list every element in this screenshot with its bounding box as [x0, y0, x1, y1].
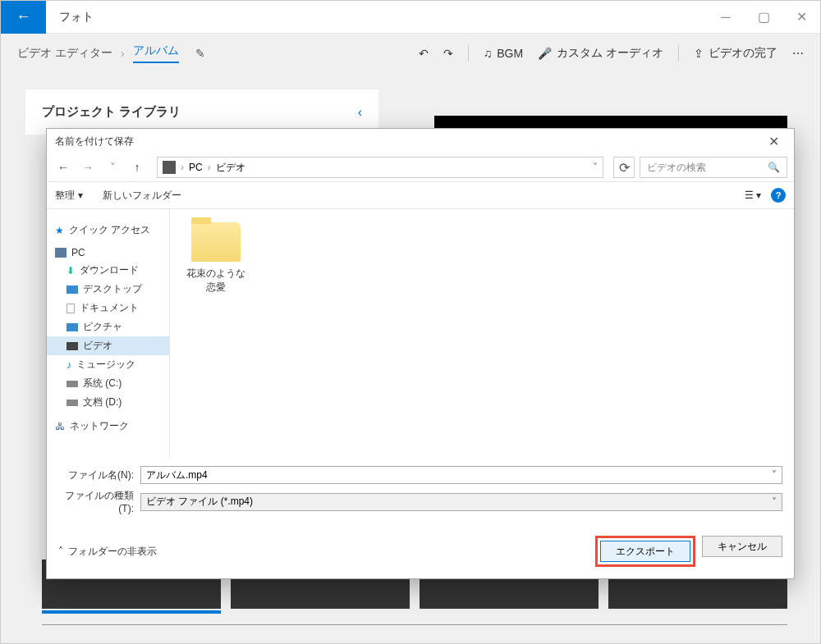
titlebar: ← フォト ─ ▢ ✕: [1, 1, 820, 34]
address-segment-folder[interactable]: ビデオ: [216, 161, 245, 175]
dropdown-icon: ▾: [78, 190, 83, 201]
folder-icon: [163, 161, 176, 174]
dialog-toolbar: 整理▾ 新しいフォルダー ☰ ▾ ?: [47, 181, 794, 209]
undo-icon[interactable]: ↶: [419, 47, 429, 60]
breadcrumb-editor[interactable]: ビデオ エディター: [17, 46, 112, 61]
music-icon: ♫: [484, 47, 493, 60]
chevron-right-icon: ›: [181, 162, 184, 173]
network-icon: 🖧: [55, 421, 65, 432]
divider: [678, 45, 679, 62]
dropdown-icon[interactable]: ˅: [772, 469, 777, 481]
tree-desktop[interactable]: デスクトップ: [47, 280, 169, 299]
filename-input[interactable]: アルバム.mp4 ˅: [140, 466, 782, 484]
tree-quick-access[interactable]: ★クイック アクセス: [47, 221, 169, 240]
dialog-body: ★クイック アクセス PC ⬇ダウンロード デスクトップ ドキュメント ピクチャ…: [47, 209, 794, 458]
organize-menu[interactable]: 整理▾: [55, 189, 83, 203]
nav-recent-dropdown[interactable]: ˅: [103, 161, 122, 174]
dialog-title-text: 名前を付けて保存: [55, 135, 134, 148]
nav-forward-button[interactable]: →: [78, 161, 98, 174]
maximize-button[interactable]: ▢: [745, 1, 782, 34]
save-as-dialog: 名前を付けて保存 ✕ ← → ˅ ↑ › PC › ビデオ ˅ ⟳ ビデオの検索…: [46, 128, 795, 579]
dialog-footer: ファイル名(N): アルバム.mp4 ˅ ファイルの種類(T): ビデオ ファイ…: [47, 458, 794, 528]
desktop-icon: [67, 285, 78, 294]
more-icon[interactable]: ⋯: [792, 47, 804, 60]
tree-pc[interactable]: PC: [47, 244, 169, 261]
timeline: [42, 624, 787, 625]
search-icon: 🔍: [768, 162, 780, 173]
tree-network[interactable]: 🖧ネットワーク: [47, 417, 169, 436]
file-list[interactable]: 花束のような恋愛: [170, 209, 794, 458]
document-icon: [67, 304, 75, 313]
star-icon: ★: [55, 225, 64, 236]
dialog-titlebar: 名前を付けて保存 ✕: [47, 129, 794, 153]
folder-item[interactable]: 花束のような恋愛: [183, 222, 249, 295]
search-input[interactable]: ビデオの検索 🔍: [640, 157, 787, 178]
tree-music[interactable]: ♪ミュージック: [47, 355, 169, 374]
nav-up-button[interactable]: ↑: [127, 161, 147, 174]
filetype-label: ファイルの種類(T):: [58, 489, 140, 514]
tree-downloads[interactable]: ⬇ダウンロード: [47, 261, 169, 280]
redo-icon[interactable]: ↷: [443, 47, 453, 60]
breadcrumb-album[interactable]: アルバム: [133, 43, 179, 63]
drive-icon: [67, 381, 78, 387]
custom-audio-button[interactable]: 🎤カスタム オーディオ: [538, 46, 663, 61]
back-button[interactable]: ←: [1, 1, 46, 34]
minimize-button[interactable]: ─: [707, 1, 745, 34]
download-icon: ⬇: [67, 265, 75, 276]
chevron-up-icon: ˄: [58, 546, 63, 557]
folder-tree: ★クイック アクセス PC ⬇ダウンロード デスクトップ ドキュメント ピクチャ…: [47, 209, 170, 458]
nav-back-button[interactable]: ←: [53, 161, 73, 174]
export-icon: ⇪: [694, 47, 704, 60]
music-icon: ♪: [67, 359, 71, 371]
cancel-button[interactable]: キャンセル: [702, 536, 782, 557]
chevron-right-icon: ›: [208, 162, 211, 173]
export-button-highlight: エクスポート: [595, 536, 695, 567]
view-options-button[interactable]: ☰ ▾: [745, 190, 761, 201]
window-controls: ─ ▢ ✕: [707, 1, 820, 34]
person-audio-icon: 🎤: [538, 47, 552, 60]
tree-drive-c[interactable]: 系统 (C:): [47, 374, 169, 393]
search-placeholder: ビデオの検索: [647, 161, 706, 175]
tree-documents[interactable]: ドキュメント: [47, 299, 169, 317]
address-segment-pc[interactable]: PC: [189, 162, 203, 173]
filetype-select[interactable]: ビデオ ファイル (*.mp4) ˅: [140, 493, 782, 511]
help-icon[interactable]: ?: [771, 188, 786, 203]
address-bar[interactable]: › PC › ビデオ ˅: [157, 157, 603, 178]
tree-videos[interactable]: ビデオ: [47, 336, 169, 355]
panel-title: プロジェクト ライブラリ: [42, 104, 181, 120]
address-dropdown-icon[interactable]: ˅: [593, 162, 598, 173]
filename-label: ファイル名(N):: [58, 468, 140, 482]
finish-video-button[interactable]: ⇪ビデオの完了: [694, 46, 777, 61]
chevron-right-icon: ›: [121, 47, 125, 60]
dialog-close-button[interactable]: ✕: [762, 134, 786, 149]
folder-icon: [191, 222, 241, 262]
edit-icon[interactable]: ✎: [195, 47, 205, 60]
tree-drive-d[interactable]: 文档 (D:): [47, 393, 169, 412]
drive-icon: [67, 400, 78, 406]
dialog-actions: ˄ フォルダーの非表示 エクスポート キャンセル: [47, 528, 794, 578]
divider: [468, 45, 469, 62]
bgm-button[interactable]: ♫BGM: [484, 47, 523, 60]
refresh-button[interactable]: ⟳: [613, 157, 635, 178]
new-folder-button[interactable]: 新しいフォルダー: [103, 189, 181, 203]
photos-app-window: ← フォト ─ ▢ ✕ ビデオ エディター › アルバム ✎ ↶ ↷ ♫BGM …: [0, 0, 821, 644]
close-button[interactable]: ✕: [782, 1, 820, 34]
hide-folders-toggle[interactable]: ˄ フォルダーの非表示: [58, 545, 157, 559]
folder-label: 花束のような恋愛: [183, 267, 249, 295]
app-title: フォト: [59, 10, 94, 25]
chevron-left-icon[interactable]: ‹: [358, 105, 362, 120]
export-button[interactable]: エクスポート: [600, 541, 690, 562]
picture-icon: [67, 323, 78, 331]
pc-icon: [55, 248, 67, 258]
dialog-nav: ← → ˅ ↑ › PC › ビデオ ˅ ⟳ ビデオの検索 🔍: [47, 153, 794, 181]
tree-pictures[interactable]: ピクチャ: [47, 317, 169, 336]
video-icon: [67, 342, 78, 350]
editor-toolbar: ビデオ エディター › アルバム ✎ ↶ ↷ ♫BGM 🎤カスタム オーディオ …: [1, 34, 820, 73]
dropdown-icon[interactable]: ˅: [772, 496, 777, 508]
